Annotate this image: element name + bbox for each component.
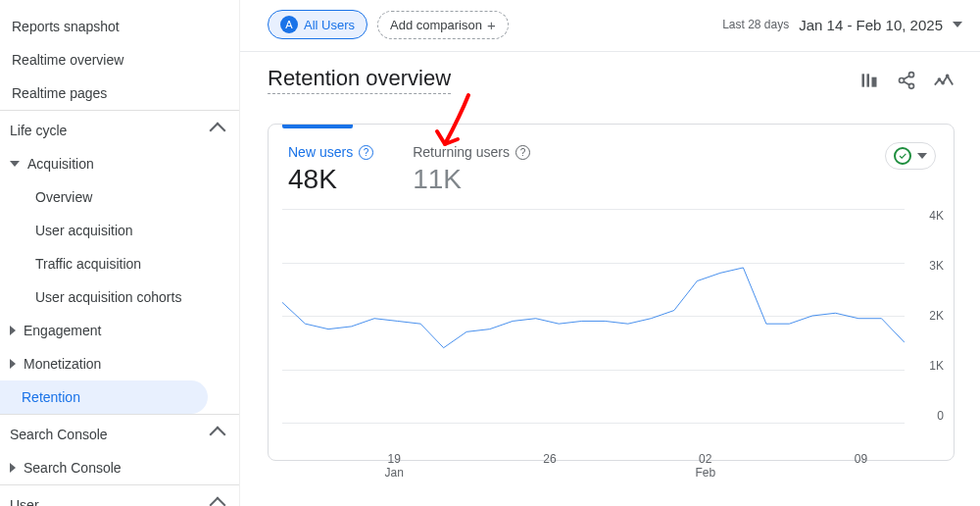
help-icon[interactable]: ? xyxy=(515,145,530,160)
help-icon[interactable]: ? xyxy=(359,145,373,160)
date-range-picker[interactable]: Last 28 days Jan 14 - Feb 10, 2025 xyxy=(722,17,962,33)
chart-line xyxy=(282,209,905,423)
tab-value: 11K xyxy=(413,164,530,195)
caret-right-icon xyxy=(10,463,16,473)
sidebar-group-label: Life cycle xyxy=(10,123,67,138)
tab-returning-users[interactable]: Returning users ? 11K xyxy=(393,144,550,195)
sidebar-group-search-console[interactable]: Search Console xyxy=(0,414,239,451)
sidebar-item-label: Monetization xyxy=(24,356,101,372)
svg-point-6 xyxy=(939,78,941,80)
customize-report-icon[interactable] xyxy=(858,70,880,91)
chevron-up-icon xyxy=(210,497,226,506)
caret-down-icon xyxy=(10,161,20,167)
metric-tabs: New users ? 48K Returning users ? 11K xyxy=(269,125,954,195)
sidebar-item-traffic-acquisition[interactable]: Traffic acquisition xyxy=(0,247,239,280)
add-comparison-label: Add comparison xyxy=(390,18,482,32)
page-title: Retention overview xyxy=(268,66,451,94)
svg-rect-2 xyxy=(872,76,877,86)
date-range-label: Last 28 days xyxy=(722,18,789,31)
report-sidebar: Reports snapshot Realtime overview Realt… xyxy=(0,0,240,506)
sidebar-item-label: Search Console xyxy=(24,460,122,476)
sidebar-item-retention[interactable]: Retention xyxy=(0,380,208,414)
sidebar-item-label: Acquisition xyxy=(27,156,94,172)
svg-point-3 xyxy=(909,72,914,76)
sidebar-item-label: Engagement xyxy=(24,323,101,338)
sidebar-item-realtime-pages[interactable]: Realtime pages xyxy=(0,76,239,110)
caret-down-icon xyxy=(953,22,962,27)
retention-card: New users ? 48K Returning users ? 11K xyxy=(268,124,955,461)
sidebar-item-user-acquisition-cohorts[interactable]: User acquisition cohorts xyxy=(0,280,239,314)
sidebar-item-engagement[interactable]: Engagement xyxy=(0,314,239,347)
tab-value: 48K xyxy=(288,164,373,195)
caret-right-icon xyxy=(10,359,16,369)
plus-icon: + xyxy=(487,17,496,33)
top-bar: A All Users Add comparison + Last 28 day… xyxy=(240,0,980,52)
svg-point-5 xyxy=(909,83,914,88)
svg-rect-0 xyxy=(862,74,865,86)
tab-label: New users xyxy=(288,144,353,160)
sidebar-item-user-acquisition[interactable]: User acquisition xyxy=(0,214,239,247)
date-range-value: Jan 14 - Feb 10, 2025 xyxy=(799,17,943,33)
sidebar-group-life-cycle[interactable]: Life cycle xyxy=(0,110,239,147)
sidebar-item-reports-snapshot[interactable]: Reports snapshot xyxy=(0,10,239,43)
chevron-up-icon xyxy=(210,427,226,443)
sidebar-item-realtime-overview[interactable]: Realtime overview xyxy=(0,43,239,76)
sidebar-item-search-console[interactable]: Search Console xyxy=(0,451,239,484)
sidebar-item-overview[interactable]: Overview xyxy=(0,180,239,214)
svg-point-8 xyxy=(947,75,949,76)
tab-new-users[interactable]: New users ? 48K xyxy=(269,144,393,195)
segment-badge: A xyxy=(280,16,298,33)
svg-point-4 xyxy=(900,77,905,82)
main-panel: A All Users Add comparison + Last 28 day… xyxy=(240,0,980,506)
sidebar-item-monetization[interactable]: Monetization xyxy=(0,347,239,380)
svg-point-7 xyxy=(942,81,944,83)
page-header: Retention overview xyxy=(240,52,980,102)
chart-area: 4K 3K 2K 1K 0 19Jan2602Feb09 xyxy=(269,195,954,460)
sidebar-group-user[interactable]: User xyxy=(0,484,239,506)
chevron-up-icon xyxy=(210,123,226,139)
caret-right-icon xyxy=(10,326,16,335)
segment-label: All Users xyxy=(304,18,355,32)
sidebar-item-acquisition[interactable]: Acquisition xyxy=(0,147,239,180)
sidebar-group-label: Search Console xyxy=(10,427,108,442)
insights-icon[interactable] xyxy=(933,70,955,91)
add-comparison-button[interactable]: Add comparison + xyxy=(377,11,509,39)
tab-label: Returning users xyxy=(413,144,510,160)
svg-rect-1 xyxy=(867,74,870,86)
segment-all-users[interactable]: A All Users xyxy=(268,10,368,39)
share-icon[interactable] xyxy=(896,70,917,91)
chart-y-axis: 4K 3K 2K 1K 0 xyxy=(929,209,944,423)
sidebar-group-label: User xyxy=(10,497,39,506)
